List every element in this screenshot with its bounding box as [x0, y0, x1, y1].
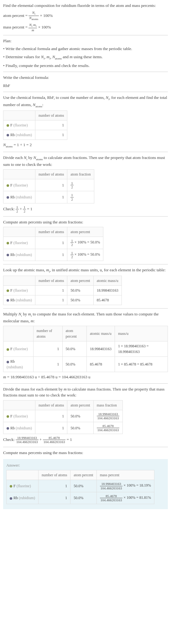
mass-cell: 18.998403163: [93, 285, 122, 295]
plan-bullet-1: • Write the chemical formula and gather …: [3, 46, 168, 52]
molecular-mass-total: m = 18.998403163 u + 85.4678 u = 104.466…: [3, 374, 168, 380]
element-dot-icon: [10, 485, 12, 488]
percent-cell: 50.0%: [67, 422, 93, 434]
mass-calc-heading: Multiply Ni by mi to compute the mass fo…: [3, 311, 168, 324]
table-header-row: number of atoms atom percent atomic mass…: [3, 326, 168, 341]
table-row: Rb (rubidium) 1: [3, 130, 67, 140]
num-cell: 1: [35, 191, 67, 203]
divider: [3, 308, 168, 309]
divider: [3, 447, 168, 447]
massu-cell: 1 × 85.4678 = 85.4678: [115, 357, 168, 372]
element-dot-icon: [7, 415, 9, 418]
element-cell: Rb (rubidium): [3, 422, 35, 434]
mass-cell: 85.4678: [93, 295, 122, 305]
table-row: F (fluorine) 1 50.0% 18.998403163104.466…: [3, 410, 123, 422]
num-cell: 1: [35, 285, 67, 295]
mass-calc-table: number of atoms atom percent atomic mass…: [3, 326, 168, 372]
divider: [3, 72, 168, 72]
divider: [3, 216, 168, 217]
element-dot-icon: [7, 242, 9, 244]
element-cell: Rb (rubidium): [3, 295, 35, 305]
num-cell: 1: [35, 249, 67, 261]
massu-cell: 1 × 18.998403163 = 18.998403163: [115, 341, 168, 357]
element-cell: F (fluorine): [3, 179, 35, 191]
fraction-cell: 85.4678104.466203163: [93, 422, 123, 434]
atom-percent-header: atom percent: [70, 470, 96, 480]
percent-cell: 12 × 100% = 50.0%: [67, 249, 103, 261]
element-dot-icon: [7, 299, 9, 302]
element-cell: F (fluorine): [3, 341, 34, 357]
mass-percent-cell: 85.4678104.466203163 × 100% = 81.81%: [96, 492, 154, 504]
num-cell: 1: [33, 357, 62, 372]
atom-percents-table: number of atoms atom percent F (fluorine…: [3, 227, 103, 261]
atomic-mass-heading: Look up the atomic mass, mi, in unified …: [3, 267, 168, 274]
count-atoms-section: Use the chemical formula, RbF, to count …: [3, 95, 168, 148]
element-header: [3, 326, 34, 341]
mass-percents-heading: Compute mass percents using the mass fra…: [3, 450, 168, 456]
divider: [3, 35, 168, 35]
num-atoms-header: number of atoms: [39, 470, 70, 480]
element-header: [7, 470, 39, 480]
intro-heading: Find the elemental composition for rubid…: [3, 3, 168, 9]
divider: [3, 264, 168, 264]
element-dot-icon: [7, 427, 9, 430]
element-header: [3, 276, 35, 285]
element-cell: F (fluorine): [3, 120, 35, 130]
num-atoms-header: number of atoms: [35, 276, 67, 285]
atom-percent-formula: atom percent = NiNatoms × 100%: [3, 11, 168, 21]
percent-cell: 50.0%: [67, 295, 93, 305]
atom-percent-header: atom percent: [67, 227, 103, 237]
divider: [3, 92, 168, 92]
element-cell: F (fluorine): [3, 410, 35, 422]
num-cell: 1: [39, 492, 70, 504]
num-atoms-header: number of atoms: [35, 110, 67, 120]
mass-fractions-section: Divide the mass for each element by m to…: [3, 386, 168, 444]
num-cell: 1: [35, 120, 67, 130]
element-dot-icon: [10, 497, 12, 500]
element-cell: F (fluorine): [3, 285, 35, 295]
element-dot-icon: [7, 184, 9, 187]
num-atoms-header: number of atoms: [35, 227, 67, 237]
plan-section: Plan: • Write the chemical formula and g…: [3, 38, 168, 69]
element-cell: Rb (rubidium): [3, 191, 35, 203]
plan-bullet-3: • Finally, compute the percents and chec…: [3, 63, 168, 69]
formula-section: Write the chemical formula: RbF: [3, 74, 168, 89]
table-header-row: number of atoms: [3, 110, 67, 120]
percent-cell: 50.0%: [70, 480, 96, 492]
num-cell: 1: [39, 480, 70, 492]
element-cell: F (fluorine): [3, 237, 35, 249]
plan-heading: Plan:: [3, 38, 168, 44]
mass-percents-section: Compute mass percents using the mass fra…: [3, 450, 168, 456]
mass-fraction-header: mass fraction: [93, 400, 123, 410]
percent-cell: 50.0%: [70, 492, 96, 504]
table-row: Rb (rubidium) 1 12: [3, 191, 94, 203]
page-content: Find the elemental composition for rubid…: [0, 0, 171, 512]
mass-header: mass/u: [115, 326, 168, 341]
table-header-row: number of atoms atom percent mass percen…: [7, 470, 154, 480]
element-dot-icon: [7, 134, 9, 136]
atom-fraction-header: atom fraction: [67, 170, 94, 179]
fraction-cell: 12: [67, 179, 94, 191]
mass-fractions-table: number of atoms atom percent mass fracti…: [3, 400, 123, 434]
num-cell: 1: [35, 130, 67, 140]
mass-cell: 18.998403163: [87, 341, 115, 357]
answer-table: number of atoms atom percent mass percen…: [6, 470, 154, 504]
num-cell: 1: [33, 341, 62, 357]
mass-percent-formula: mass percent = Ni mim × 100%: [3, 23, 168, 32]
num-atoms-header: number of atoms: [35, 400, 67, 410]
atomic-mass-header: atomic mass/u: [93, 276, 122, 285]
atom-fractions-check: Check: 12 + 12 = 1: [3, 205, 168, 213]
percent-cell: 12 × 100% = 50.0%: [67, 237, 103, 249]
num-atoms-header: number of atoms: [35, 170, 67, 179]
divider: [3, 152, 168, 152]
table-row: Rb (rubidium) 1 50.0% 85.4678 1 × 85.467…: [3, 357, 168, 372]
num-cell: 1: [35, 179, 67, 191]
element-dot-icon: [7, 254, 9, 256]
element-dot-icon: [7, 196, 9, 199]
atom-percents-heading: Compute atom percents using the atom fra…: [3, 219, 168, 225]
percent-cell: 50.0%: [67, 285, 93, 295]
natoms-total: Natoms = 1 + 1 = 2: [3, 142, 168, 149]
atom-percent-header: atom percent: [62, 326, 87, 341]
mass-fractions-heading: Divide the mass for each element by m to…: [3, 386, 168, 398]
atomic-mass-section: Look up the atomic mass, mi, in unified …: [3, 267, 168, 305]
